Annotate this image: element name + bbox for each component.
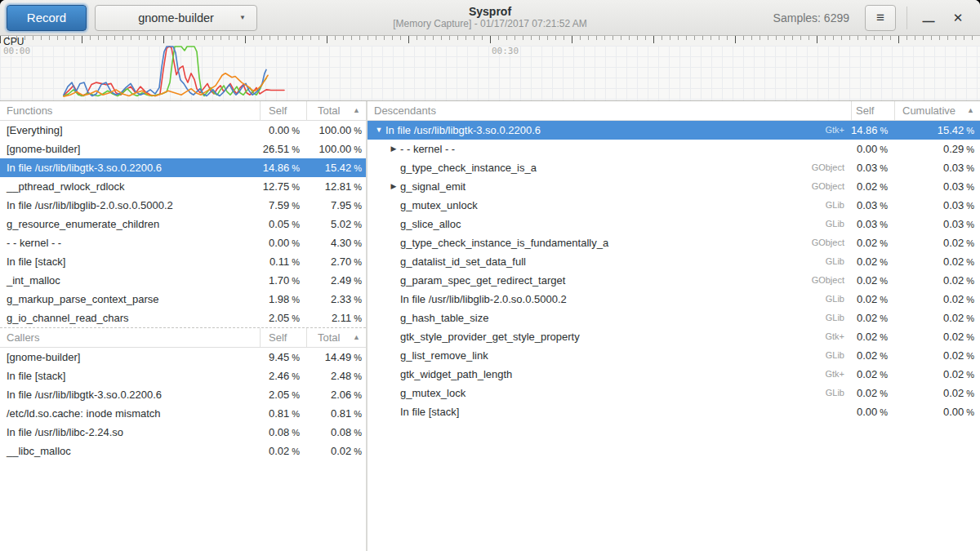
minimize-button[interactable]: —: [918, 7, 939, 29]
percent-sign: %: [964, 238, 974, 248]
total-percent: 0.08%: [306, 423, 366, 442]
table-row[interactable]: - - kernel - -0.00%4.30%: [0, 233, 366, 252]
table-row[interactable]: In file /usr/lib/libc-2.24.so0.08%0.08%: [0, 423, 366, 442]
table-row[interactable]: [Everything]0.00%100.00%: [0, 121, 366, 140]
tree-row[interactable]: In file [stack]0.00%0.00%: [368, 402, 980, 421]
tree-row[interactable]: ▼In file /usr/lib/libgtk-3.so.0.2200.6Gt…: [368, 121, 980, 140]
total-percent: 100.00%: [306, 140, 366, 158]
table-row[interactable]: In file /usr/lib/libgtk-3.so.0.2200.614.…: [0, 158, 366, 177]
percent-sign: %: [877, 389, 888, 398]
close-button[interactable]: ✕: [947, 7, 969, 29]
tree-row[interactable]: g_datalist_id_set_data_fullGLib0.02%0.02…: [368, 252, 980, 271]
tree-row[interactable]: g_slice_allocGLib0.03%0.03%: [368, 215, 980, 233]
tree-row[interactable]: g_param_spec_get_redirect_targetGObject0…: [368, 271, 980, 290]
table-row[interactable]: In file [stack]2.46%2.48%: [0, 367, 366, 385]
function-name: g_hash_table_size: [400, 309, 488, 327]
functions-table: [Everything]0.00%100.00%[gnome-builder]2…: [0, 121, 366, 327]
tree-row[interactable]: gtk_widget_path_lengthGtk+0.02%0.02%: [368, 365, 980, 384]
process-selector-dropdown[interactable]: gnome-builder ▼: [95, 5, 257, 31]
tree-row[interactable]: g_hash_table_sizeGLib0.02%0.02%: [368, 309, 980, 327]
cpu-graph[interactable]: CPU 00:00 00:30: [0, 36, 980, 101]
table-row[interactable]: _int_malloc1.70%2.49%: [0, 271, 366, 290]
cumulative-percent: 0.02%: [894, 233, 980, 252]
callers-total-column-header[interactable]: Total ▲: [306, 328, 366, 347]
total-percent: 7.95%: [306, 196, 366, 215]
percent-sign: %: [964, 370, 974, 380]
tree-row[interactable]: ▶- - kernel - -0.00%0.29%: [368, 140, 980, 158]
callers-table-header: Callers Self Total ▲: [0, 327, 366, 348]
percent-sign: %: [351, 201, 362, 211]
percent-sign: %: [877, 351, 888, 361]
percent-sign: %: [351, 371, 362, 381]
callers-self-column-header[interactable]: Self: [260, 328, 306, 347]
tree-indent: [372, 411, 387, 412]
table-row[interactable]: g_resource_enumerate_children0.05%5.02%: [0, 215, 366, 233]
tree-row[interactable]: In file /usr/lib/libglib-2.0.so.0.5000.2…: [368, 290, 980, 309]
descendant-name-cell: g_type_check_instance_is_fundamentally_a…: [368, 233, 851, 252]
self-percent: 0.02%: [851, 233, 894, 252]
library-tag: GLib: [826, 384, 851, 402]
percent-sign: %: [964, 220, 974, 229]
function-name: g_list_remove_link: [400, 346, 488, 365]
expander-icon[interactable]: ▶: [387, 177, 400, 196]
tree-indent: [372, 336, 387, 337]
function-name: g_slice_alloc: [400, 215, 461, 233]
table-row[interactable]: [gnome-builder]9.45%14.49%: [0, 348, 366, 367]
cumulative-percent: 0.03%: [894, 158, 980, 177]
sort-arrow-icon: ▲: [353, 101, 360, 120]
descendants-self-column-header[interactable]: Self: [851, 101, 894, 120]
expander-icon[interactable]: ▶: [387, 140, 400, 158]
percent-sign: %: [877, 220, 888, 229]
library-tag: GLib: [826, 252, 851, 271]
tree-row[interactable]: g_list_remove_linkGLib0.02%0.02%: [368, 346, 980, 365]
callers-column-header[interactable]: Callers: [0, 328, 260, 347]
descendants-column-header[interactable]: Descendants: [368, 101, 851, 120]
cumulative-percent: 0.02%: [894, 309, 980, 327]
table-row[interactable]: In file /usr/lib/libglib-2.0.so.0.5000.2…: [0, 196, 366, 215]
table-row[interactable]: In file /usr/lib/libgtk-3.so.0.2200.62.0…: [0, 385, 366, 404]
functions-total-column-header[interactable]: Total ▲: [306, 101, 366, 120]
library-tag: GObject: [812, 271, 851, 290]
self-percent: 0.02%: [851, 252, 894, 271]
dropdown-arrow-icon: ▼: [239, 14, 246, 21]
total-percent: 0.81%: [306, 404, 366, 423]
self-percent: 0.03%: [851, 215, 894, 233]
tree-row[interactable]: gtk_style_provider_get_style_propertyGtk…: [368, 327, 980, 346]
sort-arrow-icon: ▲: [353, 328, 360, 347]
table-row[interactable]: g_markup_parse_context_parse1.98%2.33%: [0, 290, 366, 309]
cpu-green-line: [64, 47, 266, 96]
menu-icon: ≡: [876, 10, 884, 26]
function-name: In file /usr/lib/libc-2.24.so: [0, 423, 260, 442]
percent-sign: %: [351, 182, 362, 192]
record-button[interactable]: Record: [7, 5, 87, 31]
tree-row[interactable]: g_mutex_lockGLib0.02%0.02%: [368, 384, 980, 402]
functions-self-column-header[interactable]: Self: [260, 101, 306, 120]
self-percent: 0.08%: [260, 423, 306, 442]
expander-icon[interactable]: ▼: [372, 121, 385, 140]
functions-column-header[interactable]: Functions: [0, 101, 260, 120]
table-row[interactable]: /etc/ld.so.cache: inode mismatch0.81%0.8…: [0, 404, 366, 423]
descendant-name-cell: g_datalist_id_set_data_fullGLib: [368, 252, 851, 271]
tree-row[interactable]: ▶g_signal_emitGObject0.02%0.03%: [368, 177, 980, 196]
percent-sign: %: [351, 313, 362, 323]
cumulative-percent: 15.42%: [894, 121, 980, 140]
tree-row[interactable]: g_mutex_unlockGLib0.03%0.03%: [368, 196, 980, 215]
table-row[interactable]: __libc_malloc0.02%0.02%: [0, 442, 366, 460]
tree-indent: [372, 393, 387, 393]
table-row[interactable]: In file [stack]0.11%2.70%: [0, 252, 366, 271]
menu-button[interactable]: ≡: [865, 5, 896, 31]
tree-row[interactable]: g_type_check_instance_is_aGObject0.03%0.…: [368, 158, 980, 177]
descendant-name-cell: g_param_spec_get_redirect_targetGObject: [368, 271, 851, 290]
tree-indent: [372, 224, 387, 224]
table-row[interactable]: [gnome-builder]26.51%100.00%: [0, 140, 366, 158]
table-row[interactable]: __pthread_rwlock_rdlock12.75%12.81%: [0, 177, 366, 196]
descendants-cumulative-column-header[interactable]: Cumulative ▲: [894, 101, 980, 120]
library-tag: Gtk+: [825, 365, 851, 384]
tree-row[interactable]: g_type_check_instance_is_fundamentally_a…: [368, 233, 980, 252]
function-name: In file /usr/lib/libgtk-3.so.0.2200.6: [0, 158, 260, 177]
sysprof-window: Record gnome-builder ▼ Sysprof [Memory C…: [0, 0, 980, 551]
percent-sign: %: [351, 238, 362, 248]
library-tag: GLib: [826, 290, 851, 309]
table-row[interactable]: g_io_channel_read_chars2.05%2.11%: [0, 309, 366, 327]
percent-sign: %: [289, 126, 300, 136]
